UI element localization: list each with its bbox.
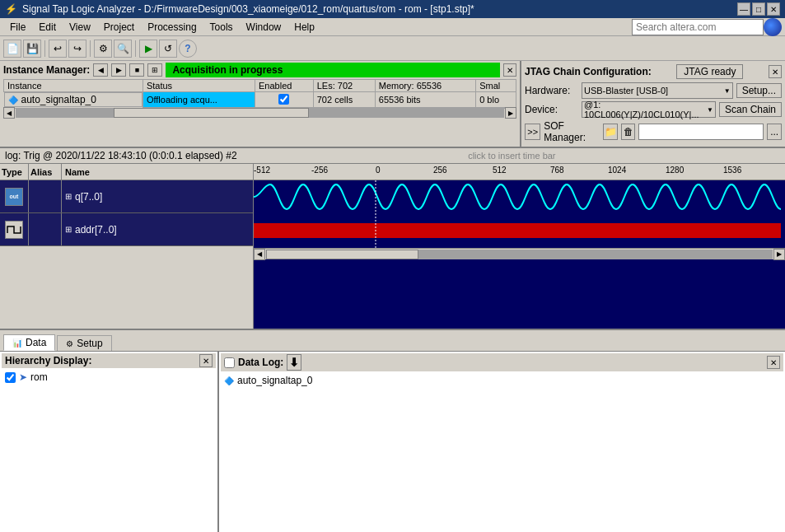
im-btn-2[interactable]: ▶ bbox=[111, 63, 126, 77]
jtag-title: JTAG Chain Configuration: bbox=[525, 66, 652, 77]
hierarchy-close-button[interactable]: ✕ bbox=[199, 354, 213, 367]
ruler-tick-7: 1280 bbox=[666, 166, 684, 175]
help-button[interactable]: ? bbox=[179, 40, 197, 58]
instance-small-cell: 0 blo bbox=[476, 92, 516, 108]
top-panels: Instance Manager: ◀ ▶ ■ ⊞ Acquisition in… bbox=[0, 61, 785, 148]
wave-scroll-left[interactable]: ◀ bbox=[254, 249, 265, 260]
redo-button[interactable]: ↪ bbox=[68, 40, 86, 58]
signal-type-q: out bbox=[0, 180, 29, 212]
jtag-close-button[interactable]: ✕ bbox=[769, 65, 782, 78]
waveform-horizontal-scrollbar[interactable]: ◀ ▶ bbox=[254, 248, 785, 259]
data-log-checkbox[interactable] bbox=[224, 357, 235, 368]
scan-chain-button[interactable]: Scan Chain bbox=[719, 102, 782, 117]
col-name-header: Name bbox=[62, 164, 253, 180]
altera-globe-icon[interactable] bbox=[764, 18, 782, 36]
main-content: Instance Manager: ◀ ▶ ■ ⊞ Acquisition in… bbox=[0, 61, 785, 532]
wave-scroll-thumb[interactable] bbox=[266, 250, 418, 259]
data-log-close-button[interactable]: ✕ bbox=[767, 356, 780, 369]
wave-scroll-track[interactable] bbox=[266, 250, 773, 259]
waveform-display[interactable]: -512 -256 0 256 512 768 1024 1280 1536 bbox=[254, 164, 785, 329]
sof-ellipsis-button[interactable]: ... bbox=[767, 124, 782, 140]
ruler-tick-6: 1024 bbox=[608, 166, 626, 175]
settings-button[interactable]: ⚙ bbox=[94, 40, 112, 58]
waveform-svg bbox=[254, 180, 781, 248]
instance-name: auto_signaltap_0 bbox=[21, 94, 96, 105]
click-time-bar-label[interactable]: click to insert time bar bbox=[244, 151, 780, 161]
tab-data[interactable]: 📊 Data bbox=[3, 334, 55, 351]
setup-button[interactable]: Setup... bbox=[736, 83, 782, 98]
title-bar-controls[interactable]: — □ ✕ bbox=[737, 2, 780, 16]
signal-name-addr-text: addr[7..0] bbox=[75, 224, 117, 236]
instance-enabled-checkbox[interactable] bbox=[278, 94, 289, 105]
wave-scroll-right[interactable]: ▶ bbox=[773, 249, 785, 260]
tab-setup[interactable]: ⚙ Setup bbox=[57, 335, 111, 351]
waveform-content: Type Alias Name out ⊞ q[7..0] bbox=[0, 164, 785, 329]
menu-processing[interactable]: Processing bbox=[141, 20, 203, 35]
maximize-button[interactable]: □ bbox=[752, 2, 765, 16]
instance-memory-cell: 65536 bits bbox=[375, 92, 475, 108]
menu-file[interactable]: File bbox=[3, 20, 32, 35]
table-row[interactable]: 🔷 auto_signaltap_0 Offloading acqu... 70… bbox=[4, 92, 516, 108]
scroll-thumb[interactable] bbox=[114, 108, 309, 118]
menu-help[interactable]: Help bbox=[287, 20, 321, 35]
menu-project[interactable]: Project bbox=[97, 20, 141, 35]
instance-scrollbar[interactable]: ◀ ▶ bbox=[3, 108, 516, 118]
menu-view[interactable]: View bbox=[63, 20, 97, 35]
menu-window[interactable]: Window bbox=[240, 20, 288, 35]
app-icon: ⚡ bbox=[5, 3, 17, 15]
instance-enabled-cell bbox=[255, 92, 314, 108]
jtag-device-label: Device: bbox=[525, 104, 578, 115]
hierarchy-panel: Hierarchy Display: ✕ ➤ rom bbox=[0, 352, 219, 532]
scroll-track[interactable] bbox=[16, 108, 504, 118]
ruler-tick-5: 768 bbox=[550, 166, 564, 175]
new-button[interactable]: 📄 bbox=[3, 40, 21, 58]
menu-bar: File Edit View Project Processing Tools … bbox=[0, 18, 785, 36]
jtag-header: JTAG Chain Configuration: JTAG ready ✕ bbox=[525, 64, 782, 79]
run-button[interactable]: ▶ bbox=[139, 40, 157, 58]
jtag-device-value: @1: 10CL006(Y|Z)/10CL010(Y|... bbox=[584, 100, 707, 119]
sof-label-box[interactable]: >> bbox=[525, 124, 540, 140]
menu-edit[interactable]: Edit bbox=[32, 20, 63, 35]
sof-open-icon[interactable]: 📁 bbox=[603, 124, 618, 140]
expand-icon-q[interactable]: ⊞ bbox=[65, 192, 72, 201]
undo-button[interactable]: ↩ bbox=[49, 40, 67, 58]
search-input[interactable] bbox=[632, 19, 764, 35]
signal-row-addr[interactable]: ⊞ addr[7..0] bbox=[0, 213, 253, 246]
sof-text-input[interactable] bbox=[638, 124, 764, 140]
signal-alias-addr bbox=[29, 213, 62, 245]
instance-manager-label: Instance Manager: bbox=[3, 64, 90, 76]
im-btn-4[interactable]: ⊞ bbox=[147, 63, 162, 77]
im-btn-1[interactable]: ◀ bbox=[93, 63, 108, 77]
expand-icon-addr[interactable]: ⊞ bbox=[65, 225, 72, 234]
tab-setup-label: Setup bbox=[77, 338, 102, 349]
data-log-item-0[interactable]: 🔷 auto_signaltap_0 bbox=[221, 373, 783, 388]
jtag-device-dropdown[interactable]: @1: 10CL006(Y|Z)/10CL010(Y|... ▼ bbox=[582, 101, 716, 118]
scroll-right-arrow[interactable]: ▶ bbox=[505, 107, 516, 119]
data-log-import-icon[interactable]: ⬇ bbox=[287, 354, 301, 371]
signal-alias-q bbox=[29, 180, 62, 212]
hierarchy-rom-checkbox[interactable] bbox=[5, 372, 16, 383]
hierarchy-item-rom[interactable]: ➤ rom bbox=[2, 370, 216, 385]
save-button[interactable]: 💾 bbox=[23, 40, 41, 58]
instance-status-cell: Offloading acqu... bbox=[143, 92, 255, 108]
signal-name-q: ⊞ q[7..0] bbox=[62, 180, 253, 212]
jtag-hardware-dropdown[interactable]: USB-Blaster [USB-0] ▼ bbox=[582, 82, 733, 99]
waveform-ruler: -512 -256 0 256 512 768 1024 1280 1536 bbox=[254, 164, 785, 180]
data-log-panel: Data Log: ⬇ ✕ 🔷 auto_signaltap_0 bbox=[219, 352, 785, 532]
im-btn-stop[interactable]: ■ bbox=[129, 63, 144, 77]
find-button[interactable]: 🔍 bbox=[114, 40, 132, 58]
scroll-left-arrow[interactable]: ◀ bbox=[3, 107, 15, 119]
hierarchy-title: Hierarchy Display: bbox=[5, 355, 91, 366]
col-small: Smal bbox=[476, 80, 516, 92]
sof-row: >> SOF Manager: 📁 🗑 ... bbox=[525, 120, 782, 143]
menu-tools[interactable]: Tools bbox=[203, 20, 240, 35]
col-instance: Instance bbox=[4, 80, 143, 92]
sof-delete-icon[interactable]: 🗑 bbox=[621, 124, 636, 140]
ruler-tick-0: -512 bbox=[254, 166, 270, 175]
acquisition-close-button[interactable]: ✕ bbox=[503, 63, 516, 77]
signal-row-q[interactable]: out ⊞ q[7..0] bbox=[0, 180, 253, 213]
minimize-button[interactable]: — bbox=[737, 2, 750, 16]
autorun-button[interactable]: ↺ bbox=[159, 40, 177, 58]
tab-data-label: Data bbox=[26, 337, 46, 348]
close-button[interactable]: ✕ bbox=[767, 2, 780, 16]
